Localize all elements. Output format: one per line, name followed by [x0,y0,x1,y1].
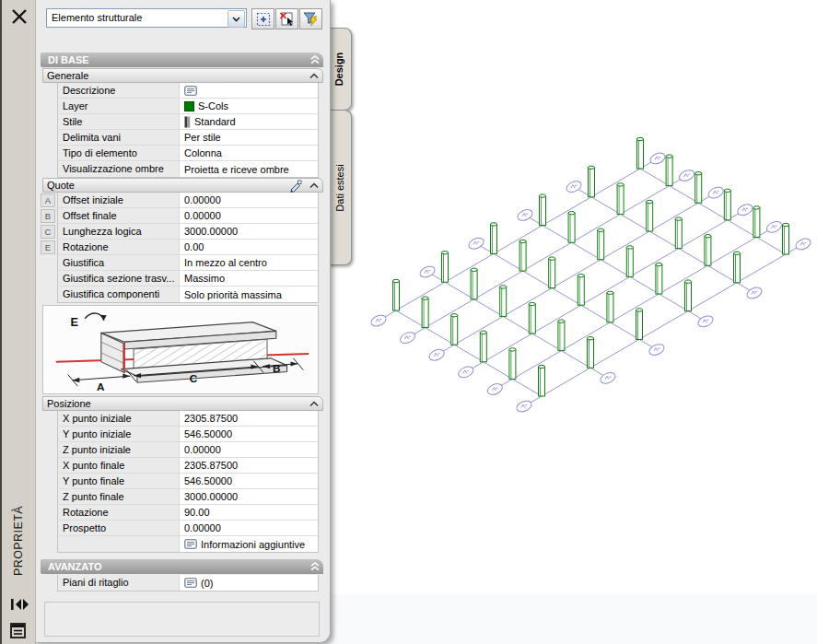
property-value[interactable]: 0.00000 [180,193,318,207]
property-label: Giustifica [58,255,180,270]
property-label: X punto finale [58,458,180,473]
property-value[interactable]: In mezzo al centro [180,255,318,270]
filter-button[interactable] [299,8,322,29]
property-value[interactable]: 0.00000 [180,521,318,535]
chevron-down-icon [232,17,240,22]
property-value[interactable]: Massimo [180,271,318,286]
property-value[interactable]: Standard [180,114,318,129]
property-label: Tipo di elemento [58,146,180,160]
property-label: Layer [58,99,180,113]
select-objects-button[interactable] [251,8,274,29]
property-value[interactable]: Solo priorità massima [180,287,318,302]
quick-select-button[interactable] [275,8,298,29]
property-value[interactable]: 0.00000 [180,208,318,223]
table-row: Layer S-Cols [58,99,318,114]
beam-sketch: E A C [43,306,318,393]
combo-dropdown-button[interactable] [228,10,245,28]
quote-rows: A Offset iniziale 0.00000 B Offset final… [57,193,319,303]
collapse-chevron-icon [309,401,319,407]
dimension-worksheet-icon[interactable] [289,180,302,193]
property-value[interactable]: 3000.00000 [180,489,318,504]
table-row: X punto iniziale 2305.87500 [58,411,318,427]
property-label: Rotazione [58,240,180,254]
section-avanzato[interactable]: AVANZATO [41,559,323,574]
subsection-posizione[interactable]: Posizione [42,396,323,411]
property-label: Lunghezza logica [58,224,180,239]
table-row: Giustifica sezione trasv... Massimo [58,271,318,287]
property-value[interactable]: 3000.00000 [180,224,318,239]
tab-dati-estesi[interactable]: Dati estesi [328,110,352,265]
application-window: PROPRIETÀ Design Dati estesi Elemento st… [0,0,817,644]
table-row: C Lunghezza logica 3000.00000 [58,224,318,240]
property-label: Y punto iniziale [58,427,180,441]
table-row: X punto finale 2305.87500 [58,458,318,474]
table-row: Z punto iniziale 0.00000 [58,442,318,458]
property-label: Offset finale [58,208,180,223]
screen-edge [0,0,2,644]
label-b: B [273,362,280,374]
table-row: Y punto iniziale 546.50000 [58,427,318,442]
properties-palette: Elemento strutturale [35,0,331,643]
label-c: C [190,372,198,384]
property-value[interactable]: Per stile [180,130,318,145]
table-row: Delimita vani Per stile [58,130,318,146]
property-label: Stile [58,114,180,129]
note-icon [184,86,197,96]
auto-hide-icon[interactable] [9,597,29,612]
element-type-select[interactable]: Elemento strutturale [46,8,247,28]
dimension-marker: E [41,240,55,254]
table-row: Stile Standard [58,114,318,130]
dimension-marker: C [41,225,55,239]
collapse-double-chevron-icon [310,55,320,64]
collapse-chevron-icon [309,73,319,79]
select-objects-icon [256,12,271,27]
property-label: Visualizzazione ombre [58,161,180,177]
table-row: Visualizzazione ombre Proietta e riceve … [58,161,318,177]
beam-diagram-panel: E A C [42,305,319,394]
quick-select-icon [279,11,295,27]
avanzato-rows: Piani di ritaglio (0) [57,575,319,591]
property-value[interactable]: 2305.87500 [180,458,318,473]
property-value[interactable]: 2305.87500 [180,411,318,426]
property-value[interactable]: 0.00000 [180,442,318,457]
subsection-generale[interactable]: Generale [42,68,323,83]
table-row: Giustifica In mezzo al centro [58,255,318,271]
property-value[interactable]: 0.00 [180,240,318,254]
close-icon[interactable] [9,6,29,27]
table-row: Descrizione [58,83,318,99]
property-value[interactable]: Colonna [180,146,318,160]
property-label: Descrizione [58,83,180,98]
property-label [58,536,180,552]
table-row: Piani di ritaglio (0) [58,575,318,591]
property-value[interactable] [180,83,318,98]
table-row: Y punto finale 546.50000 [58,474,318,489]
property-value[interactable]: 546.50000 [180,474,318,488]
property-label: Giustifica componenti [58,287,180,302]
property-label: Offset iniziale [58,193,180,207]
table-row: B Offset finale 0.00000 [58,208,318,224]
additional-info-link[interactable]: Informazioni aggiuntive [180,536,318,552]
property-value[interactable]: (0) [180,575,318,591]
property-label: Z punto finale [58,489,180,504]
palette-title: PROPRIETÀ [2,493,35,589]
description-area [44,602,320,637]
property-value[interactable]: 90.00 [180,505,318,520]
collapse-chevron-icon [309,182,319,189]
subsection-quote[interactable]: Quote [42,178,323,193]
generale-rows: Descrizione Layer S-Cols [57,83,319,178]
palette-title-bar[interactable]: PROPRIETÀ [2,0,36,644]
table-row: Rotazione 90.00 [58,505,318,521]
property-value[interactable]: 546.50000 [180,427,318,441]
note-icon [184,539,197,549]
table-row: Tipo di elemento Colonna [58,146,318,161]
property-value[interactable]: S-Cols [180,99,318,113]
tab-design[interactable]: Design [328,28,352,111]
properties-menu-icon[interactable] [9,622,27,639]
property-label: Prospetto [58,521,180,535]
property-value[interactable]: Proietta e riceve ombre [180,161,318,177]
section-di-base[interactable]: DI BASE [41,53,323,67]
property-label: Piani di ritaglio [58,575,180,591]
label-a: A [97,381,105,392]
table-row: Informazioni aggiuntive [58,536,318,552]
property-label: Y punto finale [58,474,180,488]
